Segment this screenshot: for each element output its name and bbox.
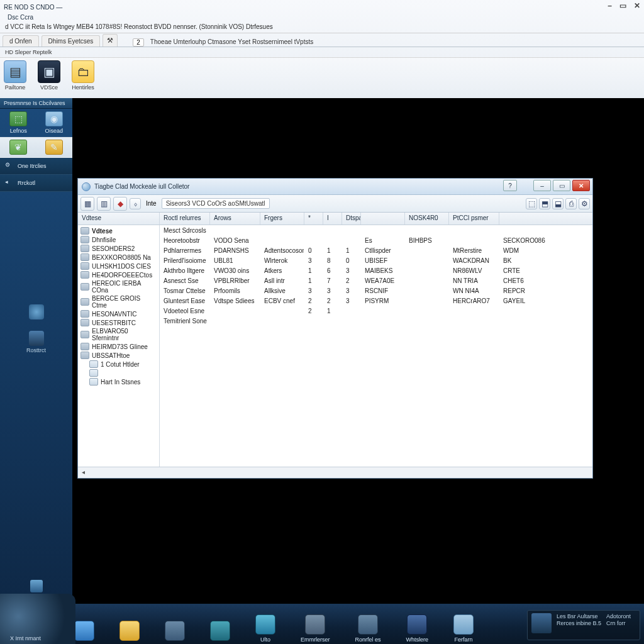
grid-cell: WEA7A0E xyxy=(361,277,405,284)
side-panel-row-2: ❦ ✎ xyxy=(0,137,72,158)
inner-help-button[interactable]: ? xyxy=(503,180,517,191)
taskbar-item-7[interactable]: Whtslere xyxy=(406,614,429,643)
taskbar-item-6[interactable]: Ronrfel es xyxy=(355,614,381,643)
node-icon xyxy=(80,253,89,261)
col-header-7[interactable] xyxy=(361,213,405,225)
grid-row[interactable]: Akthrbo IltgereVWO30 oinsAtkers163MAIBEK… xyxy=(160,265,592,275)
ribbon-item-2[interactable]: 🗀 Hentirles xyxy=(72,60,94,91)
tab-0[interactable]: d Onfen xyxy=(3,35,39,47)
side-shortcut-0[interactable] xyxy=(4,304,69,319)
grid-cell: 0 xyxy=(304,247,323,254)
grid-row[interactable]: Temitrienl Sone xyxy=(160,316,592,326)
ribbon-item-0[interactable]: ▤ Pailtone xyxy=(4,60,26,91)
grid-row[interactable]: PdhlarrermesPDARNSHSAdtentsocoson E011Ct… xyxy=(160,245,592,255)
tree-node-8[interactable]: HESONAVNTIC xyxy=(78,309,159,318)
tree-node-7[interactable]: BERGCE GROIS Ctme xyxy=(78,294,159,309)
ribbon-label-1: VDSce xyxy=(40,84,58,91)
grid-row[interactable]: Prilerdl'isoiomeUBL81Wlrterok380UBISEFWA… xyxy=(160,255,592,265)
side-item-1[interactable]: ◉ Oisead xyxy=(38,111,70,134)
tray-text: Les Bsr Aultarse Rerces inbine B.5 xyxy=(557,613,601,637)
close-button[interactable]: ✕ xyxy=(634,1,640,10)
tree-sub-0[interactable]: 1 Cotut Htlder xyxy=(78,360,159,369)
tree-node-6[interactable]: HEREOIC IERBA COna xyxy=(78,279,159,294)
inner-minimize-button[interactable]: – xyxy=(533,180,551,191)
grid-cell: NR86WLV xyxy=(449,267,499,274)
tree-node-5[interactable]: HE4DORFOEEECtos xyxy=(78,270,159,279)
inner-toolbar: ▦ ▥ ◆ ⬨ Inte Siseors3 VCD CoOrS aoSMtUsw… xyxy=(78,195,592,213)
grid-row[interactable]: Gluntesrt EaseVdtspe SdieesECBV cnef223P… xyxy=(160,296,592,306)
tree-node-9[interactable]: UESESTRBITC xyxy=(78,318,159,327)
side-link-0[interactable]: ⚙ One Itrclies xyxy=(0,158,72,175)
inner-maximize-button[interactable]: ▭ xyxy=(553,180,570,191)
col-header-5[interactable]: I xyxy=(323,213,342,225)
taskbar-item-5[interactable]: Emmrlerser xyxy=(301,614,330,643)
tray-line-3: Rerces inbine B.5 xyxy=(557,620,601,627)
info-icon[interactable] xyxy=(30,580,43,592)
minimize-button[interactable]: – xyxy=(608,1,612,10)
menu-bar[interactable]: d VCC iit Reta Is Wtngey MEB4 1078#8S! R… xyxy=(0,22,644,33)
col-header-1[interactable]: Roctl relurres xyxy=(160,213,210,225)
taskbar-item-4[interactable]: Ulto xyxy=(255,614,275,643)
tree-sub-2[interactable]: Hart In Stsnes xyxy=(78,377,159,386)
tool-r3-icon[interactable]: ⬓ xyxy=(552,198,564,209)
tool-gear-icon[interactable]: ⚙ xyxy=(579,198,590,209)
system-tray[interactable]: Les Bsr Aultarse Rerces inbine B.5 Adoto… xyxy=(527,610,640,640)
col-header-8[interactable]: NOSK4R0 xyxy=(405,213,449,225)
col-header-3[interactable]: Frgers xyxy=(260,213,304,225)
tool-print-icon[interactable]: ⎙ xyxy=(565,198,577,209)
box-icon: ⬚ xyxy=(9,111,27,126)
breadcrumb-step: 2 xyxy=(133,38,144,47)
tool-1-icon[interactable]: ▦ xyxy=(80,197,94,211)
node-icon xyxy=(80,298,89,306)
side-shortcut-1[interactable]: Rosttrct xyxy=(4,331,69,353)
tool-tag-icon[interactable]: ◆ xyxy=(113,197,127,211)
grid-row[interactable]: HeoretoobstrVODO SenaEsBIHBPSSECKORO086 xyxy=(160,235,592,245)
ribbon-item-1[interactable]: ▣ VDSce xyxy=(38,60,60,91)
grid-cell: Mesct Sdrcosls xyxy=(160,227,210,234)
tool-shield-icon[interactable]: ⬨ xyxy=(130,198,141,209)
tree-node-2[interactable]: SESOHDERS2 xyxy=(78,244,159,253)
taskbar-item-2[interactable] xyxy=(165,621,185,643)
col-header-6[interactable]: Dtspar xyxy=(342,213,361,225)
tab-tools-icon[interactable]: ⚒ xyxy=(103,34,118,47)
tool-r1-icon[interactable]: ⬚ xyxy=(526,198,537,209)
grid-cell: Es xyxy=(361,237,405,244)
tree-node-3[interactable]: BEXXKORO8805 Na xyxy=(78,253,159,262)
taskbar-item-3[interactable] xyxy=(210,621,230,643)
taskbar-item-0[interactable] xyxy=(74,621,94,643)
leaf-icon: ❦ xyxy=(9,140,27,155)
tree-node-0[interactable]: Vdtese xyxy=(78,226,159,235)
col-header-0[interactable]: Vdtese xyxy=(78,213,160,225)
tray-line-4: Crn forr xyxy=(606,620,631,627)
side-item-0[interactable]: ⬚ Lefnos xyxy=(3,111,35,134)
grid-row[interactable]: Tosmar CttelsePrfoomilsAllksive333RSCNIF… xyxy=(160,286,592,296)
taskbar-item-1[interactable] xyxy=(119,621,140,643)
address-bar[interactable]: Siseors3 VCD CoOrS aoSMtUswatl xyxy=(162,198,270,209)
grid-cell: Temitrienl Sone xyxy=(160,318,210,325)
tree-node-12[interactable]: UBSSATHtoe xyxy=(78,351,159,360)
side-item-3[interactable]: ✎ xyxy=(38,140,70,155)
side-link-1[interactable]: ◂ Rrckotl xyxy=(0,175,72,192)
side-item-2[interactable]: ❦ xyxy=(3,140,35,155)
status-bar: ◂ xyxy=(78,467,592,478)
tab-1[interactable]: Dhims Eyetcses xyxy=(42,35,101,47)
addr-label: Inte xyxy=(146,200,157,207)
tree-node-10[interactable]: ELBVARO50 Sfernintnr xyxy=(78,327,159,342)
tree-node-11[interactable]: HEIRMD73S Glinee xyxy=(78,342,159,351)
inner-close-button[interactable]: ✕ xyxy=(572,180,590,191)
tool-2-icon[interactable]: ▥ xyxy=(97,197,111,211)
col-header-9[interactable]: PtCCl psmer xyxy=(449,213,499,225)
grid-row[interactable]: Asnesct SseVPBLRRlberAsll intr172WEA7A0E… xyxy=(160,275,592,286)
tree-node-4[interactable]: ULHSKH1DOS CIES xyxy=(78,262,159,270)
tree-sub-1[interactable] xyxy=(78,369,159,377)
inner-titlebar[interactable]: Tiagbe Clad Mockeale iull Colletor ? – ▭… xyxy=(78,179,592,195)
taskbar-item-8[interactable]: Ferfarn xyxy=(453,614,474,643)
col-header-2[interactable]: Arows xyxy=(210,213,260,225)
tool-r2-icon[interactable]: ⬒ xyxy=(539,198,550,209)
tree-node-1[interactable]: Dhnfisile xyxy=(78,235,159,244)
col-header-4[interactable]: * xyxy=(304,213,323,225)
grid-row[interactable]: Vdoeteol Esne21 xyxy=(160,306,592,316)
grid-row[interactable]: Mesct Sdrcosls xyxy=(160,225,592,235)
grid-cell: CHET6 xyxy=(499,277,550,284)
maximize-button[interactable]: ▭ xyxy=(619,1,626,10)
